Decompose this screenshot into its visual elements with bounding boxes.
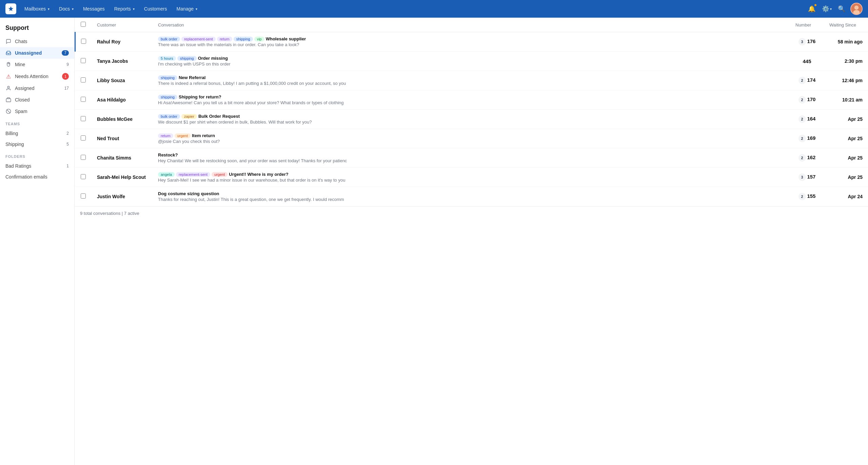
nav-customers[interactable]: Customers [140,4,171,14]
table-row[interactable]: Bubbles McGeebulk orderzapierBulk Order … [75,110,868,129]
conversation-tag[interactable]: shipping [158,95,177,99]
sidebar-item-mine[interactable]: Mine 9 [0,59,74,70]
waiting-since-cell: Apr 24 [824,187,868,206]
row-checkbox-cell [75,110,92,129]
settings-button[interactable]: ⚙️ ▾ [821,3,833,15]
sidebar-item-unassigned[interactable]: Unassigned 7 [0,47,74,59]
table-row[interactable]: Sarah-Mei Help Scoutangelareplacement-se… [75,168,868,187]
message-count-badge: 3 [798,38,806,45]
row-checkbox[interactable] [81,77,86,82]
row-checkbox[interactable] [81,155,86,160]
table-row[interactable]: Ned TroutreturnurgentItem return@josie C… [75,129,868,148]
customer-cell: Asa Hildalgo [92,90,153,110]
row-checkbox[interactable] [81,116,86,121]
customer-name: Rahul Roy [97,39,147,44]
table-row[interactable]: Asa HildalgoshippingShipping for return?… [75,90,868,110]
conversation-tag[interactable]: shipping [177,56,197,61]
teams-section-label: TEAMS [0,117,74,128]
nav-docs[interactable]: Docs ▾ [55,4,78,14]
row-checkbox[interactable] [81,58,86,63]
conversation-tag[interactable]: urgent [212,172,228,177]
team-shipping-label: Shipping [5,142,63,147]
user-avatar[interactable] [850,3,863,15]
notifications-button[interactable]: 🔔 [806,3,818,15]
row-checkbox[interactable] [81,97,86,102]
conversation-number: 157 [807,174,815,180]
conversation-cell: Dog costume sizing questionThanks for re… [153,187,790,206]
table-row[interactable]: Libby SouzashippingNew ReferralThere is … [75,71,868,90]
waiting-since-cell: 12:46 pm [824,71,868,90]
conversation-tag[interactable]: replacement-sent [176,172,210,177]
sidebar-folder-confirmation-emails[interactable]: Confirmation emails [0,171,74,182]
table-row[interactable]: Rahul Roybulk orderreplacement-sentretur… [75,32,868,52]
number-cell: 2 164 [790,110,824,129]
conversation-tag[interactable]: bulk order [158,37,180,41]
col-conversation: Conversation [153,18,790,32]
conversation-tag[interactable]: urgent [175,133,191,138]
sidebar-mine-label: Mine [15,62,63,67]
select-all-checkbox[interactable] [81,22,86,27]
conversation-tag[interactable]: zapier [181,114,197,119]
sidebar-item-needs-attention[interactable]: ⚠ Needs Attention 1 [0,70,74,82]
mine-count: 9 [66,62,69,67]
table-row[interactable]: Tanya Jacobs5 hoursshippingOrder missing… [75,52,868,71]
svg-point-2 [853,10,860,15]
conversation-tag[interactable]: return [158,133,173,138]
row-checkbox[interactable] [81,174,86,179]
conversation-tags: 5 hoursshippingOrder missing [158,56,785,61]
team-billing-count: 2 [66,131,69,136]
conversation-tag[interactable]: vip [254,37,264,41]
topnav-right: 🔔 ⚙️ ▾ 🔍 [806,3,863,15]
nav-mailboxes[interactable]: Mailboxes ▾ [20,4,54,14]
conversation-tag[interactable]: shipping [158,75,177,80]
sidebar-team-billing[interactable]: Billing 2 [0,128,74,139]
table-row[interactable]: Chanita SimmsRestock?Hey Chanita! We wil… [75,148,868,168]
conversations-table: Customer Conversation Number Waiting Sin… [75,18,868,206]
table-header-row: Customer Conversation Number Waiting Sin… [75,18,868,32]
conversation-cell: Restock?Hey Chanita! We will be restocki… [153,148,790,168]
sidebar-item-spam[interactable]: Spam [0,106,74,117]
sidebar-folder-bad-ratings[interactable]: Bad Ratings 1 [0,161,74,171]
conversation-tags: Dog costume sizing question [158,191,785,196]
number-cell: 3 157 [790,168,824,187]
row-checkbox-cell [75,129,92,148]
conversation-tag[interactable]: angela [158,172,175,177]
row-checkbox[interactable] [81,135,86,141]
sidebar-item-closed[interactable]: Closed [0,94,74,106]
waiting-since-cell: 10:21 am [824,90,868,110]
message-count-badge: 2 [798,135,806,142]
warning-icon: ⚠ [5,73,12,79]
conversation-tag[interactable]: bulk order [158,114,180,119]
row-checkbox[interactable] [81,193,86,199]
sidebar-item-assigned[interactable]: Assigned 17 [0,82,74,94]
number-cell: 3 176 [790,32,824,52]
row-checkbox[interactable] [81,39,86,44]
sidebar-team-shipping[interactable]: Shipping 5 [0,139,74,150]
conversation-tag[interactable]: return [217,37,232,41]
conversation-preview: Thanks for reaching out, Justin! This is… [158,197,395,202]
message-count-badge: 2 [798,154,806,162]
waiting-since-cell: Apr 25 [824,168,868,187]
conversation-subject: Item return [192,133,215,138]
table-row[interactable]: Justin WolfeDog costume sizing questionT… [75,187,868,206]
spam-icon [5,108,12,114]
nav-reports[interactable]: Reports ▾ [110,4,139,14]
svg-line-6 [7,110,10,113]
customer-name: Libby Souza [97,78,147,83]
conversation-tags: angelareplacement-senturgentUrgent!! Whe… [158,172,785,177]
conversation-preview: There was an issue with the materials in… [158,42,395,47]
nav-messages[interactable]: Messages [79,4,109,14]
conversation-tag[interactable]: replacement-sent [181,37,216,41]
conversation-tag[interactable]: shipping [234,37,253,41]
conversation-number: 164 [807,116,815,122]
row-checkbox-cell [75,90,92,110]
conversation-subject: Dog costume sizing question [158,191,219,196]
search-button[interactable]: 🔍 [835,3,848,15]
nav-manage[interactable]: Manage ▾ [172,4,201,14]
conversation-tag[interactable]: 5 hours [158,56,176,61]
conversation-number: 169 [807,135,815,141]
app-logo[interactable] [5,3,16,14]
sidebar-item-chats[interactable]: Chats [0,36,74,47]
sidebar-assigned-label: Assigned [15,86,61,91]
hand-icon [5,61,12,68]
